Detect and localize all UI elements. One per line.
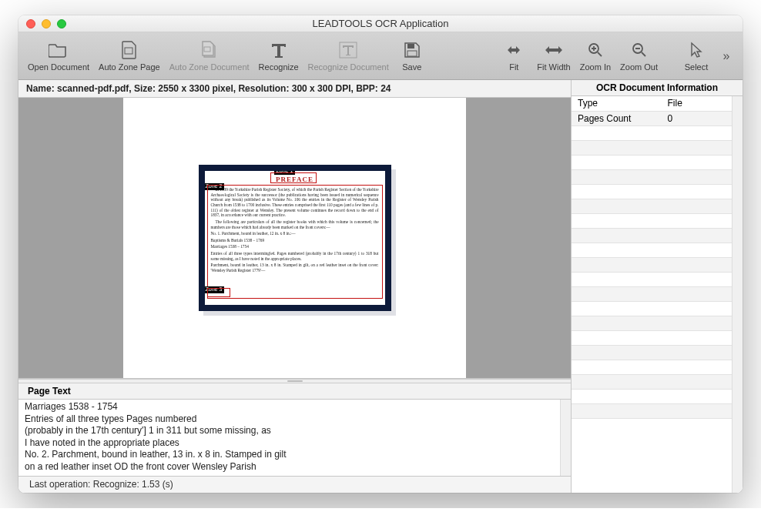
zone-1-box[interactable]: [270, 172, 317, 183]
toolbar-label: Fit Width: [537, 62, 570, 72]
titlebar: LEADTOOLS OCR Application: [18, 15, 743, 32]
page-text-line: No. 2. Parchment, bound in leather, 13 i…: [25, 449, 554, 461]
page-viewer[interactable]: Zone 1 PREFACE Zone 2 Zone 3 In 1939 the…: [18, 98, 571, 379]
table-row: [572, 243, 732, 257]
page-text-line: I have noted in the appropriate places: [25, 437, 554, 450]
fit-width-button[interactable]: Fit Width: [532, 37, 575, 75]
status-bar: Last operation: Recognize: 1.53 (s): [18, 476, 571, 493]
save-button[interactable]: Save: [394, 37, 431, 75]
fit-icon: [504, 40, 524, 60]
toolbar-label: Zoom In: [580, 62, 611, 72]
table-row: [572, 169, 732, 184]
toolbar-label: Open Document: [28, 62, 89, 72]
table-row: [572, 184, 732, 199]
zone-3-box[interactable]: [207, 288, 230, 297]
document-info-bar: Name: scanned-pdf.pdf, Size: 2550 x 3300…: [18, 80, 571, 98]
right-panel-scrollbar[interactable]: [732, 96, 743, 493]
table-row[interactable]: Type File: [572, 96, 732, 111]
table-row: [572, 316, 732, 330]
text-T-boxed-icon: [338, 40, 358, 60]
page-text-line: on a red leather inset OD the front cove…: [25, 461, 554, 473]
auto-zone-document-button: Auto Zone Document: [165, 37, 254, 75]
recognize-document-button: Recognize Document: [303, 37, 394, 75]
ocr-info-table: Type File Pages Count 0: [572, 96, 732, 419]
toolbar-label: Select: [685, 62, 709, 72]
toolbar-label: Fit: [509, 62, 518, 72]
document-page: Zone 1 PREFACE Zone 2 Zone 3 In 1939 the…: [199, 165, 391, 311]
toolbar-overflow-button[interactable]: »: [715, 49, 738, 63]
toolbar-label: Auto Zone Page: [99, 62, 160, 72]
folder-open-icon: [49, 40, 69, 60]
toolbar-label: Auto Zone Document: [169, 62, 250, 72]
left-pane: Name: scanned-pdf.pdf, Size: 2550 x 3300…: [18, 80, 572, 493]
table-row: [572, 389, 732, 403]
open-document-button[interactable]: Open Document: [23, 37, 94, 75]
page-text-line: Marriages 1538 - 1754: [25, 401, 554, 413]
toolbar-label: Save: [402, 62, 421, 72]
table-row: [572, 199, 732, 213]
ocr-info-header: OCR Document Information: [572, 80, 743, 96]
table-row: [572, 228, 732, 243]
chevron-double-right-icon: »: [723, 49, 730, 63]
right-pane: OCR Document Information Type File Pages…: [572, 80, 743, 493]
table-row: [572, 374, 732, 389]
zoom-out-button[interactable]: Zoom Out: [615, 37, 662, 75]
page-text-header: Page Text: [18, 383, 571, 400]
table-row: [572, 360, 732, 374]
toolbar-label: Zoom Out: [620, 62, 658, 72]
zoom-in-button[interactable]: Zoom In: [575, 37, 615, 75]
cursor-arrow-icon: [686, 40, 706, 60]
window-title: LEADTOOLS OCR Application: [18, 18, 743, 29]
fit-width-icon: [544, 40, 564, 60]
page-zone-icon: [119, 40, 139, 60]
text-T-icon: [269, 40, 289, 60]
select-tool-button[interactable]: Select: [678, 37, 715, 75]
page-text-body[interactable]: Marriages 1538 - 1754 Entries of all thr…: [18, 400, 560, 476]
table-row[interactable]: Pages Count 0: [572, 111, 732, 125]
info-key: Type: [572, 96, 661, 111]
main-area: Name: scanned-pdf.pdf, Size: 2550 x 3300…: [18, 80, 743, 493]
info-key: Pages Count: [572, 111, 661, 125]
save-disk-icon: [402, 40, 422, 60]
table-row: [572, 301, 732, 316]
svg-rect-0: [125, 48, 132, 54]
table-row: [572, 155, 732, 169]
page-text-scrollbar[interactable]: [560, 400, 571, 476]
svg-rect-3: [407, 44, 414, 49]
table-row: [572, 125, 732, 140]
zoom-out-icon: [629, 40, 649, 60]
info-value: File: [661, 96, 732, 111]
table-row: [572, 272, 732, 286]
viewer-canvas: Zone 1 PREFACE Zone 2 Zone 3 In 1939 the…: [123, 98, 466, 378]
toolbar: Open Document Auto Zone Page Auto Zone D…: [18, 32, 743, 80]
table-row: [572, 330, 732, 345]
app-window: LEADTOOLS OCR Application Open Document …: [18, 15, 743, 493]
document-zone-icon: [199, 40, 220, 60]
table-row: [572, 213, 732, 228]
table-row: [572, 403, 732, 418]
toolbar-label: Recognize: [259, 62, 299, 72]
fit-button[interactable]: Fit: [495, 37, 532, 75]
table-row: [572, 257, 732, 272]
table-row: [572, 345, 732, 360]
info-value: 0: [661, 111, 732, 125]
auto-zone-page-button[interactable]: Auto Zone Page: [94, 37, 165, 75]
table-row: [572, 286, 732, 301]
toolbar-label: Recognize Document: [308, 62, 389, 72]
page-text-line: (probably in the 17th century'] 1 in 311…: [25, 425, 554, 437]
recognize-button[interactable]: Recognize: [254, 37, 303, 75]
table-row: [572, 140, 732, 155]
svg-rect-4: [407, 51, 417, 56]
page-text-panel: Page Text Marriages 1538 - 1754 Entries …: [18, 383, 571, 476]
zone-2-box[interactable]: [207, 185, 383, 299]
page-text-line: Entries of all three types Pages numbere…: [25, 413, 554, 426]
zoom-in-icon: [585, 40, 605, 60]
